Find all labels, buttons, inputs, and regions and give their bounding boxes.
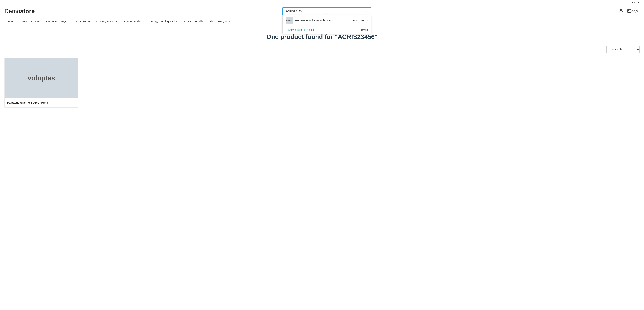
search-icon: ⌕ bbox=[366, 9, 368, 13]
header-icons: € 0,00* bbox=[619, 8, 640, 14]
dropdown-price: From € 50,37* bbox=[353, 19, 368, 22]
result-count: 1 Result bbox=[359, 28, 368, 31]
product-name: Fantastic Granite BodyChrome bbox=[7, 101, 76, 104]
sort-row: Top results Price ascending Price descen… bbox=[4, 46, 640, 53]
dropdown-thumbnail: voluptas bbox=[286, 17, 293, 24]
nav-item-electronics[interactable]: Electronics, Indu... bbox=[206, 17, 236, 26]
show-all-label: Show all search results bbox=[288, 28, 314, 31]
currency-chevron: ▼ bbox=[638, 1, 640, 3]
search-input[interactable] bbox=[283, 8, 364, 14]
nav-item-games-shoes[interactable]: Games & Shoes bbox=[121, 17, 148, 26]
nav-item-grocery-sports[interactable]: Grocery & Sports bbox=[93, 17, 121, 26]
nav-item-home[interactable]: Home bbox=[4, 17, 18, 26]
dropdown-caret bbox=[325, 13, 328, 15]
dropdown-product-item[interactable]: voluptas Fantastic Granite BodyChrome Fr… bbox=[283, 15, 371, 26]
currency-label: € Euro bbox=[630, 1, 637, 4]
nav-item-toys-beauty[interactable]: Toys & Beauty bbox=[18, 17, 43, 26]
currency-selector[interactable]: € Euro ▼ bbox=[630, 1, 640, 4]
product-grid: voluptas Fantastic Granite BodyChrome bbox=[4, 58, 78, 108]
logo-light: Demo bbox=[4, 8, 20, 14]
header: Demostore ⌕ voluptas Fantastic Granite B… bbox=[0, 5, 644, 17]
show-all-left: › Show all search results bbox=[286, 28, 314, 31]
account-icon bbox=[619, 8, 623, 14]
sort-select[interactable]: Top results Price ascending Price descen… bbox=[606, 46, 640, 53]
nav-item-music-health[interactable]: Music & Health bbox=[181, 17, 206, 26]
show-all-row[interactable]: › Show all search results 1 Result bbox=[283, 26, 371, 33]
dropdown-product-name: Fantastic Granite BodyChrome bbox=[295, 19, 350, 22]
product-image: voluptas bbox=[4, 58, 78, 98]
logo-bold: store bbox=[20, 8, 34, 14]
cart-icon bbox=[627, 8, 632, 14]
cart-price: € 0,00* bbox=[632, 10, 640, 13]
search-button[interactable]: ⌕ bbox=[364, 8, 371, 14]
cart-button[interactable]: € 0,00* bbox=[627, 8, 640, 14]
page-title: One product found for "ACRIS23456" bbox=[4, 33, 640, 40]
chevron-right-icon: › bbox=[286, 28, 286, 31]
logo[interactable]: Demostore bbox=[4, 8, 35, 14]
nav-item-outdoors-toys[interactable]: Outdoors & Toys bbox=[43, 17, 70, 26]
product-info: Fantastic Granite BodyChrome bbox=[4, 98, 78, 107]
search-dropdown: voluptas Fantastic Granite BodyChrome Fr… bbox=[282, 15, 371, 34]
top-bar: € Euro ▼ bbox=[0, 0, 644, 5]
nav-item-baby-clothing[interactable]: Baby, Clothing & Kids bbox=[148, 17, 181, 26]
search-wrapper: ⌕ voluptas Fantastic Granite BodyChrome … bbox=[282, 7, 371, 15]
account-button[interactable] bbox=[619, 8, 623, 14]
svg-point-0 bbox=[620, 9, 622, 11]
nav-item-toys-home[interactable]: Toys & Home bbox=[70, 17, 93, 26]
product-card[interactable]: voluptas Fantastic Granite BodyChrome bbox=[4, 58, 78, 108]
main-content: One product found for "ACRIS23456" Top r… bbox=[0, 26, 644, 115]
